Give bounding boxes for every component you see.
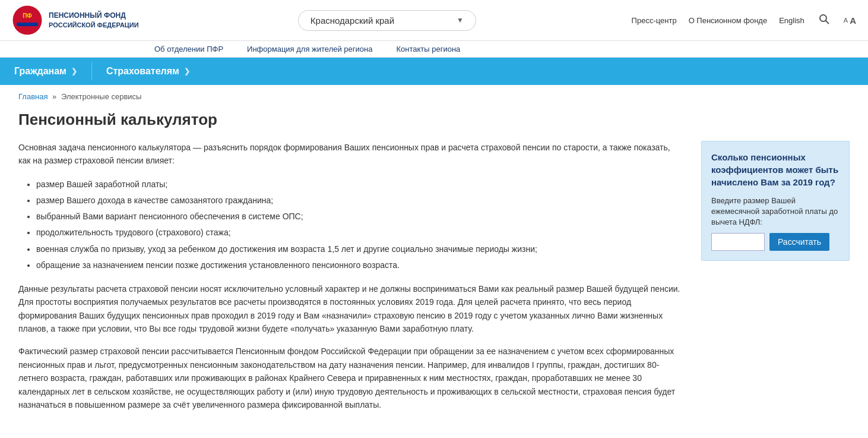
top-links: Пресс-центр О Пенсионном фонде English А… xyxy=(632,11,856,30)
bullet-item-3: продолжительность трудового (страхового)… xyxy=(36,225,683,240)
search-button[interactable] xyxy=(816,11,832,30)
nav-citizens[interactable]: Гражданам ❯ xyxy=(0,58,91,85)
svg-text:ПФ: ПФ xyxy=(23,12,32,19)
header: ПФ ПЕНСИОННЫЙ ФОНД РОССИЙСКОЙ ФЕДЕРАЦИИ … xyxy=(0,0,868,41)
salary-input[interactable] xyxy=(711,233,765,251)
font-small-label[interactable]: А xyxy=(844,17,848,24)
bullet-item-1: размер Вашего дохода в качестве самозаня… xyxy=(36,193,683,208)
svg-rect-2 xyxy=(17,23,38,26)
font-large-label[interactable]: А xyxy=(850,15,856,26)
svg-rect-3 xyxy=(17,27,38,30)
calculate-button[interactable]: Рассчитать xyxy=(769,233,829,251)
region-label: Краснодарский край xyxy=(311,15,394,26)
bullet-list: размер Вашей заработной платы; размер Ва… xyxy=(36,177,683,273)
search-icon xyxy=(819,14,829,24)
bullet-item-2: выбранный Вами вариант пенсионного обесп… xyxy=(36,209,683,224)
logo-emblem: ПФ xyxy=(12,5,43,36)
nav-citizens-label: Гражданам xyxy=(14,66,66,77)
breadcrumb: Главная » Электронные сервисы xyxy=(18,85,850,106)
logo-text: ПЕНСИОННЫЙ ФОНД РОССИЙСКОЙ ФЕДЕРАЦИИ xyxy=(49,11,139,30)
breadcrumb-home[interactable]: Главная xyxy=(18,92,47,101)
subnav-item-1[interactable]: Информация для жителей региона xyxy=(247,45,372,57)
nav-insurers-chevron: ❯ xyxy=(184,67,190,75)
region-dropdown[interactable]: Краснодарский край ▼ xyxy=(298,10,476,31)
breadcrumb-separator: » xyxy=(52,92,56,101)
content-wrapper: Главная » Электронные сервисы Пенсионный… xyxy=(7,85,861,421)
intro-paragraph: Основная задача пенсионного калькулятора… xyxy=(18,141,683,168)
widget-title: Сколько пенсионных коэффициентов может б… xyxy=(711,151,840,188)
body-paragraph-1: Данные результаты расчета страховой пенс… xyxy=(18,282,683,336)
nav-citizens-chevron: ❯ xyxy=(71,67,77,75)
widget-input-row: Рассчитать xyxy=(711,233,840,251)
press-center-link[interactable]: Пресс-центр xyxy=(632,16,677,25)
text-area: Основная задача пенсионного калькулятора… xyxy=(18,141,683,421)
main-nav: Гражданам ❯ Страхователям ❯ xyxy=(0,58,868,85)
bullet-item-4: военная служба по призыву, уход за ребен… xyxy=(36,242,683,257)
widget-label: Введите размер Вашей ежемесячной заработ… xyxy=(711,196,840,228)
svg-point-0 xyxy=(12,5,42,35)
main-content: Основная задача пенсионного калькулятора… xyxy=(18,141,850,421)
logo-area: ПФ ПЕНСИОННЫЙ ФОНД РОССИЙСКОЙ ФЕДЕРАЦИИ xyxy=(12,5,142,36)
bullet-item-5: обращение за назначением пенсии позже до… xyxy=(36,258,683,273)
breadcrumb-current: Электронные сервисы xyxy=(61,92,142,101)
page-title: Пенсионный калькулятор xyxy=(18,111,850,129)
body-paragraph-2: Фактический размер страховой пенсии расс… xyxy=(18,345,683,411)
about-link[interactable]: О Пенсионном фонде xyxy=(689,16,768,25)
subnav-item-2[interactable]: Контакты региона xyxy=(396,45,460,57)
sub-nav: Об отделении ПФР Информация для жителей … xyxy=(0,41,868,58)
english-link[interactable]: English xyxy=(779,16,804,25)
nav-insurers[interactable]: Страхователям ❯ xyxy=(92,58,204,85)
font-size-control[interactable]: А А xyxy=(844,15,856,26)
bullet-item-0: размер Вашей заработной платы; xyxy=(36,177,683,192)
subnav-item-0[interactable]: Об отделении ПФР xyxy=(154,45,223,57)
chevron-down-icon: ▼ xyxy=(457,16,464,24)
region-selector: Краснодарский край ▼ xyxy=(154,10,620,31)
nav-insurers-label: Страхователям xyxy=(106,66,179,77)
svg-line-5 xyxy=(825,20,828,23)
sidebar-widget: Сколько пенсионных коэффициентов может б… xyxy=(701,141,850,261)
